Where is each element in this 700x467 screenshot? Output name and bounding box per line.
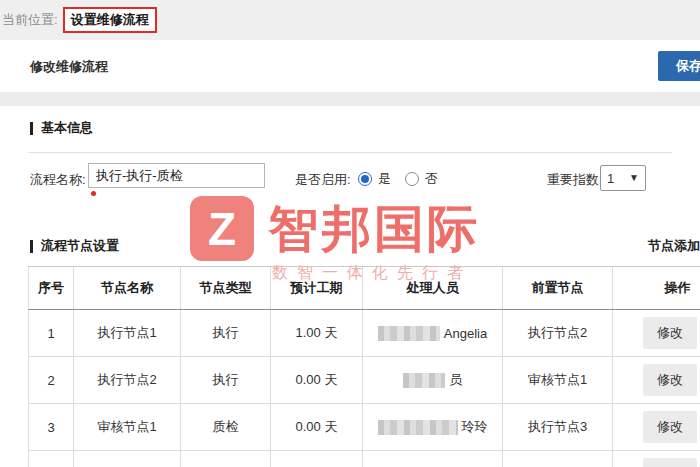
enabled-label: 是否启用: <box>295 171 351 189</box>
breadcrumb: 当前位置: 设置维修流程 <box>0 0 700 40</box>
privacy-blur-block <box>378 420 458 435</box>
header-node-type: 节点类型 <box>181 267 271 309</box>
enabled-radio-group: 是 否 <box>358 170 446 188</box>
radio-no-label[interactable]: 否 <box>425 170 438 188</box>
cell-no: 4 <box>29 451 74 467</box>
breadcrumb-current: 设置维修流程 <box>63 7 157 33</box>
breadcrumb-label: 当前位置: <box>2 11 58 29</box>
cell-no: 1 <box>29 310 74 356</box>
cell-no: 3 <box>29 404 74 450</box>
cell-duration: 0.00 天 <box>271 357 363 403</box>
handler-name: 玲玲 <box>462 418 488 436</box>
radio-yes-label[interactable]: 是 <box>378 170 391 188</box>
section-title-bar <box>30 240 33 253</box>
table-header-row: 序号 节点名称 节点类型 预计工期 处理人员 前置节点 操作 <box>28 266 700 310</box>
cell-node-type: 质检 <box>181 404 271 450</box>
cell-actions: 修改 <box>613 357 700 403</box>
table-body: 1 执行节点1 执行 1.00 天 Angelia 执行节点2 修改 2 执行节… <box>28 310 700 467</box>
radio-no[interactable] <box>405 172 419 186</box>
header-actions: 操作 <box>613 267 700 309</box>
cell-node-name: 审核节点1 <box>74 404 181 450</box>
header-handler: 处理人员 <box>363 267 503 309</box>
modify-button[interactable]: 修改 <box>643 411 697 443</box>
cell-prev-node: 审核节点1 <box>503 357 613 403</box>
add-node-button[interactable]: 节点添加 <box>648 237 700 255</box>
cell-node-name: 执行节点1 <box>74 310 181 356</box>
cell-handler: 员 <box>363 357 503 403</box>
required-marker <box>91 191 96 196</box>
cell-prev-node <box>503 451 613 467</box>
cell-actions: 修改 <box>613 451 700 467</box>
cell-handler: Angelia <box>363 451 503 467</box>
chevron-down-icon: ▼ <box>629 173 639 183</box>
save-button[interactable]: 保存 <box>658 51 700 81</box>
cell-handler: 玲玲 <box>363 404 503 450</box>
divider-line <box>28 152 672 153</box>
importance-value: 1 <box>607 171 614 186</box>
cell-actions: 修改 <box>613 404 700 450</box>
cell-node-name: 执行节点3 <box>74 451 181 467</box>
privacy-blur-block <box>403 373 445 388</box>
cell-duration: 0.00 天 <box>271 404 363 450</box>
radio-yes[interactable] <box>358 172 372 186</box>
brand-name: 智邦国际 <box>268 204 480 254</box>
header-no: 序号 <box>29 267 74 309</box>
header-prev-node: 前置节点 <box>503 267 613 309</box>
cell-actions: 修改 <box>613 310 700 356</box>
process-name-input[interactable] <box>88 163 265 188</box>
brand-logo-icon: Z <box>190 196 254 261</box>
modify-button[interactable]: 修改 <box>643 317 697 349</box>
table-row: 1 执行节点1 执行 1.00 天 Angelia 执行节点2 修改 <box>28 310 700 357</box>
cell-no: 2 <box>29 357 74 403</box>
cell-node-type: 执行 <box>181 310 271 356</box>
nodes-section-title: 流程节点设置 <box>30 237 119 255</box>
header-node-name: 节点名称 <box>74 267 181 309</box>
header-duration: 预计工期 <box>271 267 363 309</box>
cell-duration: 1.00 天 <box>271 310 363 356</box>
privacy-blur-block <box>378 326 440 341</box>
modify-button[interactable]: 修改 <box>643 364 697 396</box>
handler-name: Angelia <box>444 326 487 341</box>
section-divider-band <box>0 92 700 106</box>
importance-select[interactable]: 1 ▼ <box>600 165 646 191</box>
nodes-table: 序号 节点名称 节点类型 预计工期 处理人员 前置节点 操作 1 执行节点1 执… <box>28 266 700 467</box>
section-title-bar <box>30 122 33 135</box>
handler-name: 员 <box>449 371 462 389</box>
process-name-label: 流程名称: <box>30 171 86 189</box>
cell-node-type: 执行 <box>181 451 271 467</box>
modify-button[interactable]: 修改 <box>643 458 697 467</box>
cell-prev-node: 执行节点2 <box>503 310 613 356</box>
cell-duration: 0.00 天 <box>271 451 363 467</box>
basic-info-section-title: 基本信息 <box>30 119 93 137</box>
table-row: 2 执行节点2 执行 0.00 天 员 审核节点1 修改 <box>28 357 700 404</box>
table-row: 4 执行节点3 执行 0.00 天 Angelia 修改 <box>28 451 700 467</box>
importance-label: 重要指数: <box>547 171 603 189</box>
toolbar: 修改维修流程 保存 <box>0 40 700 92</box>
cell-node-type: 执行 <box>181 357 271 403</box>
page-title: 修改维修流程 <box>30 58 108 76</box>
table-row: 3 审核节点1 质检 0.00 天 玲玲 执行节点3 修改 <box>28 404 700 451</box>
cell-node-name: 执行节点2 <box>74 357 181 403</box>
cell-prev-node: 执行节点3 <box>503 404 613 450</box>
cell-handler: Angelia <box>363 310 503 356</box>
